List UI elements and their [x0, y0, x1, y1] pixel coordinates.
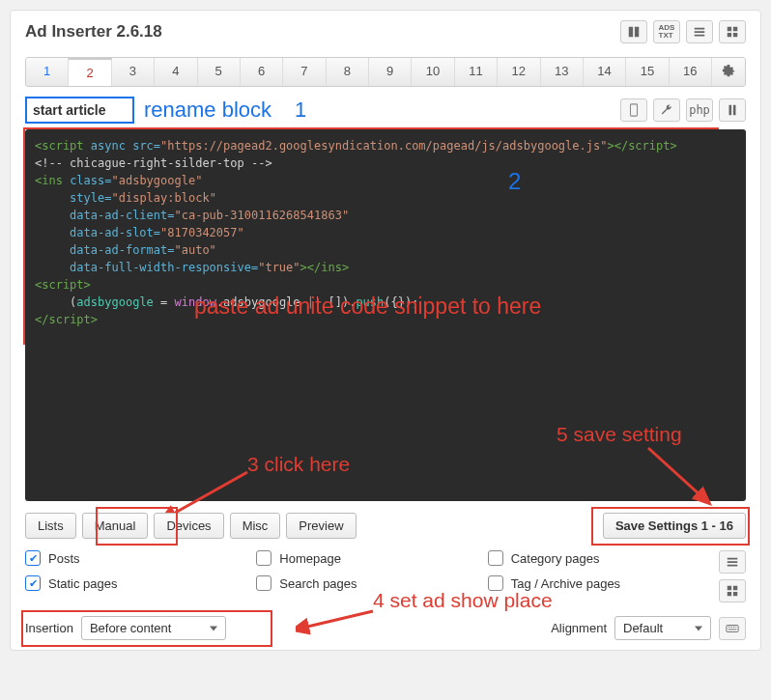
manual-button[interactable]: Manual	[82, 513, 149, 539]
tab-7[interactable]: 7	[283, 58, 326, 86]
check-static-label: Static pages	[48, 576, 118, 591]
page-title: Ad Inserter 2.6.18	[25, 22, 162, 42]
check-home-label: Homepage	[279, 551, 341, 566]
annotation-step1: 1	[295, 98, 306, 123]
block-name-row: rename block 1 php	[25, 97, 746, 124]
tab-5[interactable]: 5	[198, 58, 241, 86]
check-static[interactable]: Static pages	[25, 575, 256, 591]
tab-settings[interactable]	[712, 58, 745, 86]
check-posts-label: Posts	[48, 551, 80, 566]
svg-line-3	[303, 611, 373, 628]
check-category[interactable]: Category pages	[488, 550, 719, 566]
check-category-label: Category pages	[511, 551, 600, 566]
button-row: Lists Manual Devices Misc Preview Save S…	[25, 513, 746, 539]
check-search-label: Search pages	[279, 576, 357, 591]
checkbox-icon	[25, 575, 41, 591]
insertion-select[interactable]: Before content	[81, 616, 226, 640]
tab-12[interactable]: 12	[498, 58, 540, 86]
insertion-row: 4 set ad show place Insertion Before con…	[25, 616, 746, 640]
block-name-input[interactable]	[25, 97, 134, 124]
list-view-icon[interactable]	[686, 20, 713, 43]
book-icon[interactable]	[620, 20, 647, 43]
svg-rect-0	[631, 104, 638, 116]
devices-button[interactable]: Devices	[154, 513, 223, 539]
checkbox-icon	[256, 575, 271, 591]
checkbox-icon	[488, 575, 503, 591]
ad-inserter-panel: Ad Inserter 2.6.18 ADSTXT 1 2 3 4 5 6 7 …	[10, 10, 761, 651]
keyboard-icon[interactable]	[719, 617, 746, 640]
tab-11[interactable]: 11	[455, 58, 498, 86]
arrow-step4	[296, 606, 383, 635]
check-tag-label: Tag / Archive pages	[511, 576, 620, 591]
tab-16[interactable]: 16	[670, 58, 712, 86]
misc-button[interactable]: Misc	[230, 513, 281, 539]
pause-icon[interactable]	[719, 98, 746, 122]
tab-6[interactable]: 6	[241, 58, 283, 86]
header-icons: ADSTXT	[620, 20, 746, 43]
wrench-icon[interactable]	[653, 98, 680, 122]
header: Ad Inserter 2.6.18 ADSTXT	[25, 20, 746, 43]
tab-13[interactable]: 13	[541, 58, 584, 86]
grid-view-icon[interactable]	[719, 20, 746, 43]
tab-4[interactable]: 4	[155, 58, 197, 86]
checkbox-icon	[256, 550, 271, 566]
list-small-icon[interactable]	[719, 550, 746, 574]
checkbox-icon	[25, 550, 41, 566]
tab-10[interactable]: 10	[412, 58, 454, 86]
alignment-label: Alignment	[551, 621, 607, 635]
tab-2[interactable]: 2	[69, 58, 111, 86]
insertion-value: Before content	[90, 621, 172, 635]
lists-button[interactable]: Lists	[25, 513, 76, 539]
annotation-rename: rename block	[144, 98, 271, 123]
grid-small-icon[interactable]	[719, 579, 746, 602]
check-posts[interactable]: Posts	[25, 550, 256, 566]
code-editor[interactable]: <script async src="https://pagead2.googl…	[25, 129, 746, 501]
block-tabs: 1 2 3 4 5 6 7 8 9 10 11 12 13 14 15 16	[25, 57, 746, 87]
check-home[interactable]: Homepage	[256, 550, 487, 566]
svg-rect-4	[727, 625, 738, 631]
check-tag[interactable]: Tag / Archive pages	[488, 575, 719, 591]
checkbox-icon	[488, 550, 503, 566]
php-button[interactable]: php	[686, 98, 713, 122]
tab-1[interactable]: 1	[26, 58, 69, 86]
tab-3[interactable]: 3	[112, 58, 155, 86]
tab-14[interactable]: 14	[584, 58, 626, 86]
save-settings-button[interactable]: Save Settings 1 - 16	[603, 513, 746, 539]
alignment-select[interactable]: Default	[614, 616, 711, 640]
code-area-wrap: <script async src="https://pagead2.googl…	[25, 129, 746, 501]
mobile-icon[interactable]	[620, 98, 647, 122]
preview-button[interactable]: Preview	[286, 513, 356, 539]
insertion-label: Insertion	[25, 621, 73, 635]
tab-15[interactable]: 15	[626, 58, 669, 86]
tab-9[interactable]: 9	[369, 58, 412, 86]
alignment-value: Default	[623, 621, 663, 635]
ads-txt-icon[interactable]: ADSTXT	[653, 20, 680, 43]
check-search[interactable]: Search pages	[256, 575, 487, 591]
checkbox-row: Posts Static pages Homepage Search pages…	[25, 550, 746, 602]
tab-8[interactable]: 8	[327, 58, 369, 86]
